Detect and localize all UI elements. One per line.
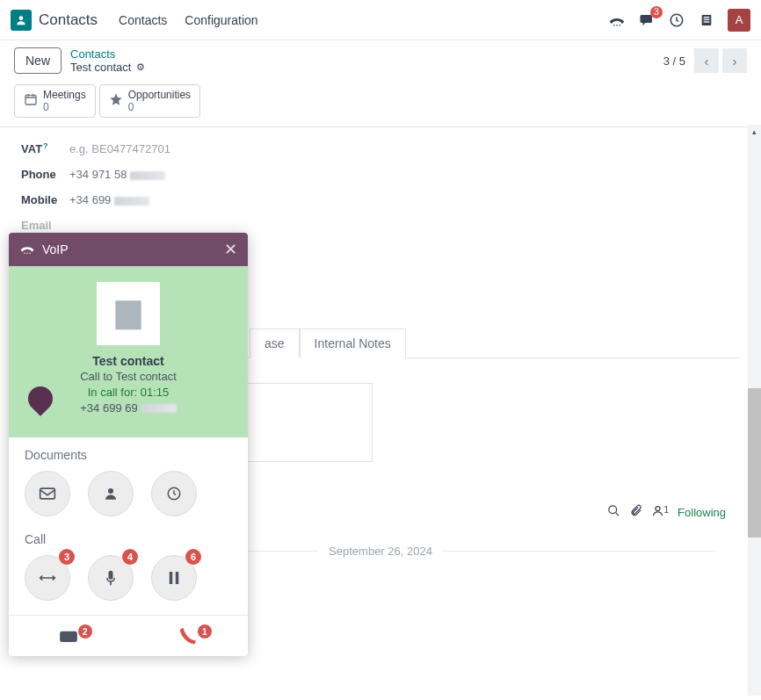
- svg-rect-8: [704, 21, 710, 22]
- voip-header[interactable]: VoIP ✕: [9, 233, 248, 266]
- svg-rect-21: [61, 631, 76, 641]
- following-button[interactable]: Following: [678, 506, 726, 519]
- pager-next-button[interactable]: ›: [722, 48, 747, 73]
- stat-opps-label: Opportunities: [128, 89, 191, 101]
- stat-meetings[interactable]: Meetings 0: [14, 84, 96, 118]
- voip-number: +34 699 69: [80, 401, 176, 415]
- nav-menu: Contacts Configuration: [119, 13, 258, 27]
- keypad-badge: 2: [78, 624, 92, 639]
- scrollbar[interactable]: ▴: [748, 125, 761, 696]
- svg-rect-6: [704, 17, 710, 18]
- svg-rect-15: [40, 488, 55, 499]
- help-icon[interactable]: ?: [43, 141, 48, 150]
- svg-point-16: [108, 488, 113, 494]
- tab-internal-notes[interactable]: Internal Notes: [300, 328, 406, 358]
- breadcrumb-current-text: Test contact: [70, 61, 131, 74]
- close-icon[interactable]: ✕: [224, 240, 237, 259]
- nav-item-configuration[interactable]: Configuration: [185, 13, 257, 27]
- phone-systray-icon[interactable]: [608, 11, 626, 29]
- mute-button[interactable]: 4: [88, 555, 134, 601]
- stat-opps-count: 0: [128, 101, 191, 113]
- mobile-value[interactable]: +34 699: [69, 193, 149, 206]
- breadcrumb-current: Test contact ⚙: [70, 61, 145, 74]
- pager-count: 3 / 5: [663, 54, 685, 68]
- svg-point-22: [63, 634, 64, 635]
- transfer-button[interactable]: 3: [25, 555, 70, 601]
- svg-point-13: [26, 252, 28, 254]
- mobile-label: Mobile: [21, 193, 69, 206]
- stat-buttons: Meetings 0 Opportunities 0: [0, 81, 761, 126]
- app-icon: [11, 10, 32, 31]
- svg-point-27: [66, 638, 67, 639]
- company-icon: [97, 282, 160, 345]
- redacted: [130, 171, 165, 180]
- hangup-button[interactable]: 1: [128, 626, 248, 646]
- pager-prev-button[interactable]: ‹: [694, 48, 719, 73]
- vat-input[interactable]: e.g. BE0477472701: [69, 142, 170, 155]
- new-button[interactable]: New: [14, 47, 62, 74]
- apps-icon[interactable]: [698, 11, 715, 29]
- contact-button[interactable]: [88, 471, 134, 516]
- breadcrumb-parent[interactable]: Contacts: [70, 47, 145, 61]
- stat-meetings-label: Meetings: [43, 89, 86, 101]
- pause-button[interactable]: 6: [151, 555, 197, 601]
- pager: 3 / 5 ‹ ›: [663, 48, 747, 73]
- activities-icon[interactable]: [668, 11, 685, 29]
- attachment-icon[interactable]: [629, 504, 642, 520]
- voip-call-to: Call to Test contact: [19, 370, 237, 383]
- voip-footer: 2 1: [9, 615, 248, 656]
- brand-title: Contacts: [39, 11, 98, 29]
- svg-rect-19: [170, 572, 173, 584]
- svg-point-26: [63, 638, 64, 639]
- nav-item-contacts[interactable]: Contacts: [119, 13, 167, 27]
- redacted: [141, 404, 177, 413]
- stat-opportunities[interactable]: Opportunities 0: [99, 84, 200, 118]
- svg-point-25: [73, 634, 74, 635]
- email-row: Email: [21, 219, 740, 232]
- svg-point-12: [24, 252, 25, 254]
- phone-label: Phone: [21, 168, 69, 181]
- gear-icon[interactable]: ⚙: [136, 61, 145, 73]
- svg-point-28: [69, 638, 70, 639]
- messages-icon[interactable]: 3: [638, 11, 656, 29]
- breadcrumb: Contacts Test contact ⚙: [70, 47, 145, 74]
- voip-call-section: Call 3 4 6: [9, 522, 248, 606]
- activity-button[interactable]: [151, 471, 197, 516]
- svg-rect-18: [109, 571, 113, 580]
- svg-point-2: [616, 25, 618, 26]
- svg-point-14: [29, 252, 31, 254]
- voip-documents-section: Documents: [9, 437, 248, 522]
- search-icon[interactable]: [607, 504, 620, 520]
- stat-meetings-count: 0: [43, 101, 86, 113]
- svg-rect-7: [704, 18, 710, 19]
- svg-rect-9: [25, 95, 36, 105]
- control-panel: New Contacts Test contact ⚙ 3 / 5 ‹ ›: [0, 40, 761, 81]
- keypad-button[interactable]: 2: [9, 626, 128, 646]
- svg-point-23: [66, 634, 67, 635]
- phone-value[interactable]: +34 971 58: [69, 168, 165, 181]
- transfer-badge: 3: [59, 549, 75, 565]
- vat-row: VAT? e.g. BE0477472701: [21, 141, 740, 155]
- messages-badge: 3: [650, 6, 663, 18]
- scroll-up-icon[interactable]: ▴: [748, 125, 761, 139]
- vat-label: VAT?: [21, 141, 69, 155]
- tab-partial[interactable]: ase: [250, 328, 300, 358]
- phone-row: Phone +34 971 58: [21, 168, 740, 181]
- svg-point-29: [73, 638, 74, 639]
- user-avatar[interactable]: A: [728, 9, 750, 32]
- mobile-row: Mobile +34 699: [21, 193, 740, 206]
- email-label: Email: [21, 219, 69, 232]
- svg-point-10: [608, 506, 616, 514]
- svg-point-1: [613, 25, 615, 26]
- phone-icon: [19, 242, 35, 257]
- followers-icon[interactable]: 1: [651, 504, 670, 520]
- scrollbar-thumb[interactable]: [748, 388, 761, 538]
- brand[interactable]: Contacts: [11, 10, 98, 31]
- documents-label: Documents: [25, 448, 232, 462]
- svg-point-24: [69, 634, 70, 635]
- email-button[interactable]: [25, 471, 70, 516]
- calendar-icon: [24, 92, 38, 110]
- voip-contact-name: Test contact: [19, 354, 237, 368]
- star-icon: [109, 92, 123, 110]
- svg-point-0: [19, 16, 24, 20]
